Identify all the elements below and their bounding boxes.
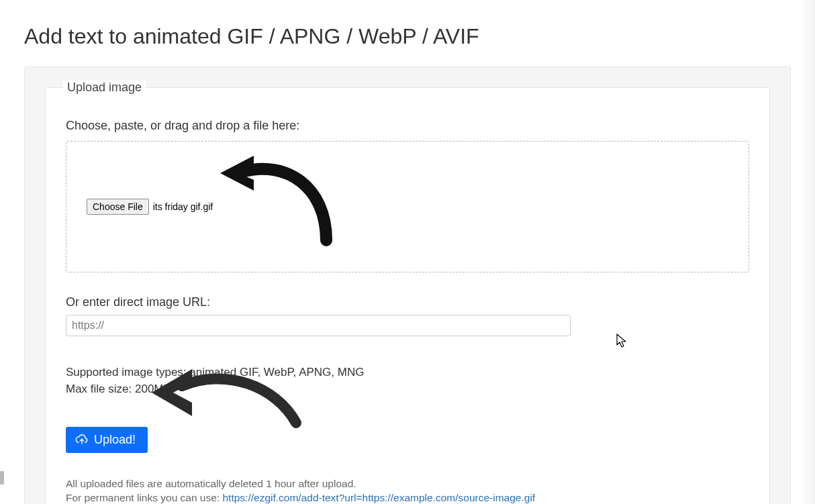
max-file-size-line: Max file size: 200MB	[66, 381, 749, 398]
file-input-label: Choose, paste, or drag and drop a file h…	[66, 119, 749, 133]
upload-fieldset: Upload image Choose, paste, or drag and …	[45, 81, 770, 504]
cloud-upload-icon	[75, 434, 89, 446]
upload-panel: Upload image Choose, paste, or drag and …	[24, 66, 791, 504]
url-input-label: Or enter direct image URL:	[66, 295, 749, 309]
notice-line-2-prefix: For permanent links you can use:	[66, 492, 222, 503]
image-url-input[interactable]	[66, 315, 571, 336]
notice-permalink-example[interactable]: https://ezgif.com/add-text?url=https://e…	[222, 492, 535, 503]
choose-file-button[interactable]: Choose File	[87, 199, 149, 215]
supported-types-text: Supported image types: animated GIF, Web…	[66, 364, 749, 397]
supported-types-line: Supported image types: animated GIF, Web…	[66, 364, 749, 381]
upload-button-label: Upload!	[94, 433, 136, 447]
chosen-filename: its friday gif.gif	[153, 201, 213, 212]
file-dropzone[interactable]: Choose File its friday gif.gif	[66, 141, 749, 272]
notice-line-1: All uploaded files are automatically del…	[66, 477, 749, 491]
upload-button[interactable]: Upload!	[66, 427, 148, 453]
upload-notice: All uploaded files are automatically del…	[66, 477, 749, 504]
page-title: Add text to animated GIF / APNG / WebP /…	[24, 24, 791, 49]
file-picker: Choose File its friday gif.gif	[87, 199, 213, 215]
upload-legend: Upload image	[63, 81, 146, 95]
